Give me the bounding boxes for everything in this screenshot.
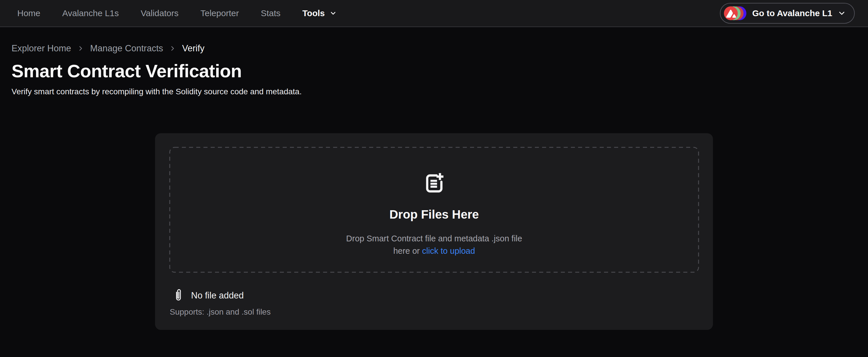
main-content: Explorer Home Manage Contracts Verify Sm…: [0, 43, 868, 330]
top-nav: Home Avalanche L1s Validators Teleporter…: [0, 0, 868, 27]
chain-logo-stack: [724, 6, 747, 21]
paperclip-icon: [173, 288, 184, 303]
go-to-avalanche-l1-button[interactable]: Go to Avalanche L1: [720, 3, 855, 24]
nav-item-home[interactable]: Home: [17, 8, 40, 18]
go-to-avalanche-l1-label: Go to Avalanche L1: [752, 8, 832, 18]
nav-item-validators[interactable]: Validators: [141, 8, 178, 18]
avalanche-logo-icon: [724, 6, 738, 20]
breadcrumb-manage-contracts[interactable]: Manage Contracts: [90, 43, 163, 54]
breadcrumb-verify: Verify: [182, 43, 205, 54]
dropzone-description: Drop Smart Contract file and metadata .j…: [341, 232, 527, 257]
nav-item-tools[interactable]: Tools: [302, 8, 337, 18]
verification-card: Drop Files Here Drop Smart Contract file…: [155, 133, 713, 330]
nav-item-avalanche-l1s[interactable]: Avalanche L1s: [62, 8, 119, 18]
nav-item-stats[interactable]: Stats: [261, 8, 280, 18]
nav-item-teleporter[interactable]: Teleporter: [200, 8, 239, 18]
no-file-added-label: No file added: [191, 290, 244, 301]
chevron-right-icon: [77, 45, 85, 52]
file-dropzone[interactable]: Drop Files Here Drop Smart Contract file…: [169, 147, 699, 273]
chevron-down-icon: [837, 9, 846, 18]
file-status-row: No file added: [169, 288, 699, 303]
page-title: Smart Contract Verification: [11, 61, 857, 81]
chevron-right-icon: [169, 45, 176, 52]
click-to-upload-link[interactable]: click to upload: [422, 246, 475, 256]
document-plus-icon: [423, 172, 446, 195]
chevron-down-icon: [330, 9, 337, 17]
supported-file-types: Supports: .json and .sol files: [169, 307, 699, 317]
nav-item-tools-label: Tools: [302, 8, 325, 18]
dropzone-heading: Drop Files Here: [389, 208, 479, 221]
breadcrumb: Explorer Home Manage Contracts Verify: [11, 43, 857, 54]
page-subtitle: Verify smart contracts by recompiling wi…: [11, 87, 857, 96]
breadcrumb-explorer-home[interactable]: Explorer Home: [11, 43, 71, 54]
nav-links: Home Avalanche L1s Validators Teleporter…: [17, 8, 337, 18]
